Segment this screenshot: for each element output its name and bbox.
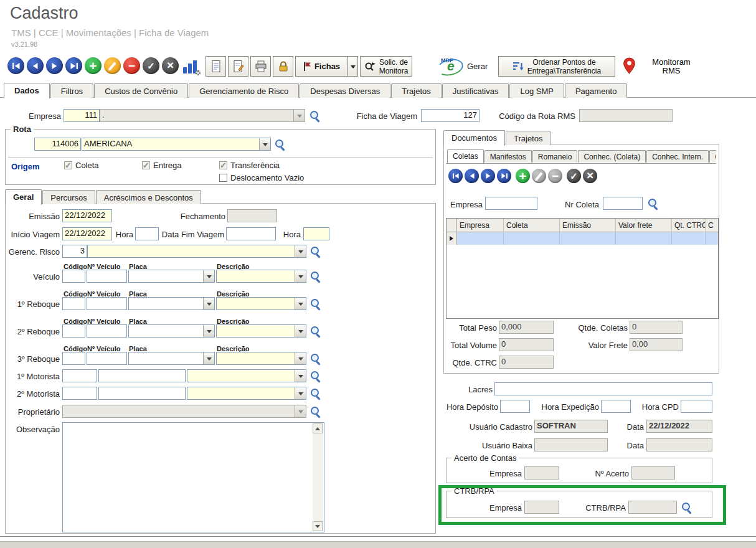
veiculo-numero-input[interactable]	[87, 270, 127, 283]
chevron-down-icon[interactable]	[295, 270, 306, 282]
chevron-down-icon[interactable]	[295, 387, 306, 399]
chevron-down-icon[interactable]	[203, 270, 214, 282]
hora-fim-input[interactable]	[303, 227, 329, 240]
empresa-search-icon[interactable]	[309, 110, 321, 122]
tab-conhec-intern[interactable]: Conhec. Intern.	[646, 150, 709, 163]
hora-inicio-input[interactable]	[135, 227, 159, 240]
coletas-nav-first-button[interactable]	[448, 169, 463, 183]
gerenc-risco-combo[interactable]	[87, 245, 306, 258]
reboque1-codigo-input[interactable]	[62, 297, 85, 310]
tab-manifestos[interactable]: Manifestos	[484, 150, 532, 163]
fichas-dropdown-button[interactable]	[347, 56, 358, 77]
tab-documentos-panel[interactable]: Documentos	[443, 130, 505, 146]
chevron-down-icon[interactable]	[295, 352, 306, 364]
coletas-delete-button[interactable]	[548, 169, 562, 183]
checkbox-transferencia[interactable]: Transferência	[219, 161, 280, 170]
proprietario-combo[interactable]	[62, 405, 306, 418]
tab-coletas[interactable]: Coletas	[447, 149, 484, 163]
checkbox-entrega[interactable]: Entrega	[142, 161, 182, 170]
reboque2-search-icon[interactable]	[310, 326, 322, 338]
acerto-empresa-input[interactable]	[524, 466, 559, 479]
tab-acrescimos-descontos[interactable]: Acréscimos e Descontos	[96, 190, 201, 204]
coletas-empresa-input[interactable]	[485, 197, 537, 210]
grid-row-selected[interactable]	[447, 232, 718, 245]
mdfe-logo-icon[interactable]: MDF e	[436, 57, 463, 75]
solic-monitora-button[interactable]: Solic. deMonitora	[360, 56, 412, 77]
coletas-cancel-button[interactable]	[583, 169, 597, 183]
monitoram-rms-button[interactable]: Monitoram RMS	[639, 58, 704, 75]
veiculo-search-icon[interactable]	[310, 271, 322, 283]
chart-button[interactable]	[182, 59, 201, 75]
coletas-add-button[interactable]	[516, 169, 530, 183]
reboque3-placa-combo[interactable]	[128, 352, 215, 365]
tab-geral[interactable]: Geral	[5, 189, 42, 205]
reboque3-search-icon[interactable]	[310, 353, 322, 365]
reboque2-placa-combo[interactable]	[128, 324, 215, 338]
tab-comp[interactable]: Comp	[709, 150, 716, 163]
motorista2-search-icon[interactable]	[310, 388, 322, 400]
chevron-down-icon[interactable]	[295, 405, 306, 417]
reboque3-numero-input[interactable]	[87, 352, 127, 365]
motorista2-codigo-input[interactable]	[62, 387, 97, 400]
reboque2-descricao-combo[interactable]	[216, 324, 306, 338]
tab-pagamento[interactable]: Pagamento	[565, 83, 628, 98]
gerenc-risco-code-input[interactable]: 3	[62, 245, 87, 258]
coletas-nav-next-button[interactable]	[481, 169, 495, 183]
tab-trajetos[interactable]: Trajetos	[391, 83, 441, 98]
motorista2-nome-combo[interactable]	[187, 387, 306, 400]
reboque2-numero-input[interactable]	[87, 324, 127, 338]
reboque1-search-icon[interactable]	[310, 298, 322, 310]
inicio-viagem-input[interactable]: 22/12/2022	[62, 227, 112, 240]
reboque2-codigo-input[interactable]	[62, 324, 85, 338]
tab-gerenciamento-risco[interactable]: Gerenciamento de Risco	[189, 83, 299, 98]
confirm-button[interactable]	[143, 57, 159, 74]
nav-last-button[interactable]	[65, 57, 82, 74]
proprietario-search-icon[interactable]	[310, 406, 322, 418]
reboque3-codigo-input[interactable]	[62, 352, 85, 365]
scroll-down-icon[interactable]	[313, 521, 323, 531]
print-preview-button[interactable]	[206, 56, 226, 77]
gerar-mdfe-button[interactable]: Gerar	[467, 62, 488, 71]
scroll-up-icon[interactable]	[313, 423, 323, 433]
chevron-down-icon[interactable]	[295, 245, 306, 257]
cancel-button[interactable]	[162, 57, 179, 74]
ctrb-rpa-input[interactable]	[628, 501, 677, 514]
chevron-down-icon[interactable]	[203, 352, 214, 364]
checkbox-coleta[interactable]: Coleta	[64, 161, 99, 170]
motorista2-doc-input[interactable]	[98, 387, 186, 400]
fichas-button[interactable]: Fichas	[295, 56, 348, 77]
reboque1-descricao-combo[interactable]	[216, 297, 306, 310]
fechamento-input[interactable]	[227, 209, 277, 222]
empresa-code-input[interactable]: 111	[64, 109, 100, 122]
map-pin-icon[interactable]	[623, 57, 636, 74]
checkbox-deslocamento-vazio[interactable]: Deslocamento Vazio	[219, 173, 304, 182]
coletas-confirm-button[interactable]	[567, 169, 581, 183]
ficha-viagem-input[interactable]: 127	[421, 109, 480, 122]
motorista1-search-icon[interactable]	[310, 371, 322, 382]
rota-search-icon[interactable]	[275, 139, 286, 151]
lacres-input[interactable]	[494, 382, 712, 395]
observacao-scrollbar[interactable]	[313, 423, 323, 531]
hora-cpd-input[interactable]	[681, 400, 712, 413]
motorista1-doc-input[interactable]	[98, 369, 186, 382]
lock-button[interactable]	[273, 56, 293, 77]
edit-document-button[interactable]	[228, 56, 248, 77]
reboque1-placa-combo[interactable]	[128, 297, 215, 310]
reboque3-descricao-combo[interactable]	[216, 352, 306, 365]
chevron-down-icon[interactable]	[295, 325, 306, 337]
veiculo-placa-combo[interactable]	[128, 270, 215, 283]
tab-justificativas[interactable]: Justificativas	[442, 83, 509, 98]
veiculo-descricao-combo[interactable]	[216, 270, 306, 283]
n-acerto-input[interactable]	[631, 466, 675, 479]
codigo-rota-rms-input[interactable]	[579, 109, 673, 122]
motorista1-nome-combo[interactable]	[187, 369, 306, 382]
empresa-name-combo[interactable]: .	[100, 109, 305, 122]
emissao-input[interactable]: 22/12/2022	[62, 209, 112, 222]
chevron-down-icon[interactable]	[203, 298, 214, 309]
tab-filtros[interactable]: Filtros	[50, 83, 93, 98]
print-button[interactable]	[250, 56, 271, 77]
add-button[interactable]	[85, 57, 102, 74]
chevron-down-icon[interactable]	[259, 138, 270, 150]
tab-dados[interactable]: Dados	[4, 83, 50, 98]
hora-deposito-input[interactable]	[500, 400, 530, 413]
